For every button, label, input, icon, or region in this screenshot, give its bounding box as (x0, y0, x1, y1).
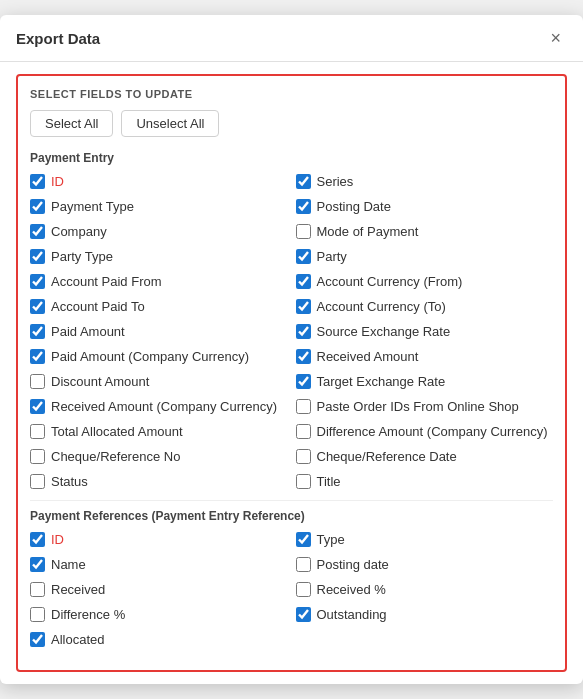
checkbox-pr-posting-date[interactable] (296, 557, 311, 572)
list-item: Title (296, 471, 554, 492)
field-label-pe-posting-date[interactable]: Posting Date (317, 199, 391, 214)
field-label-pe-received-amount[interactable]: Received Amount (317, 349, 419, 364)
checkbox-pe-paste-order-ids[interactable] (296, 399, 311, 414)
field-label-pr-difference-pct[interactable]: Difference % (51, 607, 125, 622)
field-label-pe-party-type[interactable]: Party Type (51, 249, 113, 264)
field-label-pe-account-paid-to[interactable]: Account Paid To (51, 299, 145, 314)
checkbox-pe-cheque-date[interactable] (296, 449, 311, 464)
checkbox-pr-difference-pct[interactable] (30, 607, 45, 622)
checkbox-pe-difference-amount-company[interactable] (296, 424, 311, 439)
checkbox-pe-received-amount-company[interactable] (30, 399, 45, 414)
checkbox-pr-outstanding[interactable] (296, 607, 311, 622)
field-label-pe-status[interactable]: Status (51, 474, 88, 489)
list-item: Target Exchange Rate (296, 371, 554, 392)
field-label-pr-posting-date[interactable]: Posting date (317, 557, 389, 572)
list-item: Discount Amount (30, 371, 288, 392)
list-item: Posting Date (296, 196, 554, 217)
field-label-pe-paid-amount[interactable]: Paid Amount (51, 324, 125, 339)
checkbox-pe-party-type[interactable] (30, 249, 45, 264)
export-data-modal: Export Data × SELECT FIELDS TO UPDATE Se… (0, 15, 583, 684)
group-label-payment-references: Payment References (Payment Entry Refere… (30, 509, 553, 523)
field-label-pe-cheque-no[interactable]: Cheque/Reference No (51, 449, 180, 464)
field-label-pe-payment-type[interactable]: Payment Type (51, 199, 134, 214)
field-label-pe-cheque-date[interactable]: Cheque/Reference Date (317, 449, 457, 464)
field-label-pe-difference-amount-company[interactable]: Difference Amount (Company Currency) (317, 424, 548, 439)
section-divider (30, 500, 553, 501)
select-all-button[interactable]: Select All (30, 110, 113, 137)
checkbox-pe-account-currency-to[interactable] (296, 299, 311, 314)
field-label-pe-party[interactable]: Party (317, 249, 347, 264)
field-label-pe-source-exchange-rate[interactable]: Source Exchange Rate (317, 324, 451, 339)
checkbox-pe-received-amount[interactable] (296, 349, 311, 364)
checkbox-pr-received-pct[interactable] (296, 582, 311, 597)
field-label-pr-id[interactable]: ID (51, 532, 64, 547)
list-item: Company (30, 221, 288, 242)
list-item: Difference % (30, 604, 288, 625)
list-item: Received Amount (Company Currency) (30, 396, 288, 417)
list-item: Payment Type (30, 196, 288, 217)
field-label-pe-account-currency-from[interactable]: Account Currency (From) (317, 274, 463, 289)
checkbox-pe-discount-amount[interactable] (30, 374, 45, 389)
section-title: SELECT FIELDS TO UPDATE (30, 88, 553, 100)
list-item: Account Currency (To) (296, 296, 554, 317)
fields-grid-payment-entry: IDSeriesPayment TypePosting DateCompanyM… (30, 171, 553, 492)
checkbox-pe-cheque-no[interactable] (30, 449, 45, 464)
checkbox-pr-type[interactable] (296, 532, 311, 547)
modal-header: Export Data × (0, 15, 583, 62)
modal-title: Export Data (16, 30, 100, 47)
checkbox-pr-name[interactable] (30, 557, 45, 572)
checkbox-pe-id[interactable] (30, 174, 45, 189)
list-item: Paid Amount (30, 321, 288, 342)
checkbox-pe-status[interactable] (30, 474, 45, 489)
field-label-pr-allocated[interactable]: Allocated (51, 632, 104, 647)
checkbox-pe-account-paid-from[interactable] (30, 274, 45, 289)
list-item: Party Type (30, 246, 288, 267)
field-label-pe-paste-order-ids[interactable]: Paste Order IDs From Online Shop (317, 399, 519, 414)
field-label-pr-received-pct[interactable]: Received % (317, 582, 386, 597)
checkbox-pe-paid-amount-company[interactable] (30, 349, 45, 364)
fields-grid-payment-references: IDTypeNamePosting dateReceivedReceived %… (30, 529, 553, 650)
checkbox-pe-mode-of-payment[interactable] (296, 224, 311, 239)
select-fields-box: SELECT FIELDS TO UPDATE Select All Unsel… (16, 74, 567, 672)
field-label-pe-received-amount-company[interactable]: Received Amount (Company Currency) (51, 399, 277, 414)
checkbox-pe-party[interactable] (296, 249, 311, 264)
checkbox-pe-paid-amount[interactable] (30, 324, 45, 339)
field-label-pe-account-paid-from[interactable]: Account Paid From (51, 274, 162, 289)
field-label-pr-received[interactable]: Received (51, 582, 105, 597)
field-label-pe-title[interactable]: Title (317, 474, 341, 489)
field-label-pr-name[interactable]: Name (51, 557, 86, 572)
list-item: Received (30, 579, 288, 600)
field-label-pe-total-allocated[interactable]: Total Allocated Amount (51, 424, 183, 439)
field-label-pe-target-exchange-rate[interactable]: Target Exchange Rate (317, 374, 446, 389)
checkbox-pe-total-allocated[interactable] (30, 424, 45, 439)
groups-container: Payment EntryIDSeriesPayment TypePosting… (30, 151, 553, 650)
list-item: Received Amount (296, 346, 554, 367)
field-label-pr-type[interactable]: Type (317, 532, 345, 547)
unselect-all-button[interactable]: Unselect All (121, 110, 219, 137)
field-label-pe-account-currency-to[interactable]: Account Currency (To) (317, 299, 446, 314)
checkbox-pr-id[interactable] (30, 532, 45, 547)
checkbox-pe-posting-date[interactable] (296, 199, 311, 214)
checkbox-pe-account-currency-from[interactable] (296, 274, 311, 289)
list-item: Status (30, 471, 288, 492)
checkbox-pe-source-exchange-rate[interactable] (296, 324, 311, 339)
field-label-pe-discount-amount[interactable]: Discount Amount (51, 374, 149, 389)
list-item: Cheque/Reference Date (296, 446, 554, 467)
checkbox-pe-target-exchange-rate[interactable] (296, 374, 311, 389)
checkbox-pe-company[interactable] (30, 224, 45, 239)
checkbox-pe-account-paid-to[interactable] (30, 299, 45, 314)
checkbox-pr-allocated[interactable] (30, 632, 45, 647)
field-label-pe-id[interactable]: ID (51, 174, 64, 189)
checkbox-pe-payment-type[interactable] (30, 199, 45, 214)
checkbox-pr-received[interactable] (30, 582, 45, 597)
checkbox-pe-series[interactable] (296, 174, 311, 189)
btn-group: Select All Unselect All (30, 110, 553, 137)
field-label-pe-company[interactable]: Company (51, 224, 107, 239)
field-label-pe-mode-of-payment[interactable]: Mode of Payment (317, 224, 419, 239)
close-button[interactable]: × (544, 27, 567, 49)
field-label-pe-paid-amount-company[interactable]: Paid Amount (Company Currency) (51, 349, 249, 364)
field-label-pr-outstanding[interactable]: Outstanding (317, 607, 387, 622)
group-label-payment-entry: Payment Entry (30, 151, 553, 165)
field-label-pe-series[interactable]: Series (317, 174, 354, 189)
checkbox-pe-title[interactable] (296, 474, 311, 489)
